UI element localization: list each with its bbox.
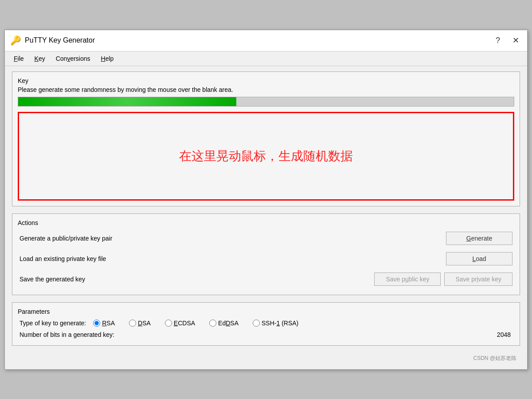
radio-eddsa-label: EdDSA (218, 320, 239, 327)
radio-rsa-input[interactable] (93, 320, 100, 327)
key-section-header: Key (18, 77, 514, 84)
radio-dsa-input[interactable] (129, 320, 136, 327)
help-button[interactable]: ? (493, 35, 503, 46)
save-private-key-label: Save private key (455, 276, 501, 283)
radio-ssh1rsa[interactable]: SSH-1 (RSA) (253, 320, 298, 327)
radio-rsa-label: RSA (102, 320, 115, 327)
menu-conversions[interactable]: Conversions (51, 53, 96, 64)
save-buttons: Save public key Save private key (374, 273, 512, 286)
radio-ssh1rsa-label: SSH-1 (RSA) (262, 320, 298, 327)
main-window: 🔑 PuTTY Key Generator ? ✕ File Key Conve… (4, 30, 528, 370)
title-bar: 🔑 PuTTY Key Generator ? ✕ (5, 30, 527, 51)
radio-ecdsa-label: ECDSA (174, 320, 195, 327)
radio-ecdsa[interactable]: ECDSA (165, 320, 195, 327)
radio-ssh1rsa-input[interactable] (253, 320, 260, 327)
menu-help[interactable]: Help (96, 53, 119, 64)
menu-key[interactable]: Key (29, 53, 51, 64)
menu-file[interactable]: File (8, 53, 29, 64)
title-bar-left: 🔑 PuTTY Key Generator (10, 35, 95, 46)
radio-dsa[interactable]: DSA (129, 320, 151, 327)
menu-conversions-label: Conversions (56, 55, 90, 62)
generate-buttons: Generate (446, 232, 512, 245)
radio-ecdsa-input[interactable] (165, 320, 172, 327)
menu-help-label: Help (101, 55, 114, 62)
bits-row: Number of bits in a generated key: 2048 (18, 329, 514, 340)
load-button-label: Load (472, 255, 486, 262)
radio-eddsa-input[interactable] (209, 320, 216, 327)
parameters-section-header: Parameters (18, 308, 514, 315)
watermark: CSDN @姑苏老陈 (12, 353, 520, 364)
generate-row: Generate a public/private key pair Gener… (18, 228, 514, 249)
save-row: Save the generated key Save public key S… (18, 269, 514, 289)
generate-button-label: Generate (466, 235, 492, 242)
progress-bar-container (18, 97, 514, 107)
save-public-key-button[interactable]: Save public key (374, 273, 441, 286)
load-label: Load an existing private key file (20, 255, 106, 262)
menu-file-label: File (14, 55, 24, 62)
key-type-radio-group: RSA DSA ECDSA EdDSA (93, 320, 298, 327)
menu-bar: File Key Conversions Help (5, 51, 527, 66)
actions-section: Actions Generate a public/private key pa… (12, 213, 520, 295)
title-bar-controls: ? ✕ (493, 35, 522, 46)
load-buttons: Load (446, 252, 512, 265)
load-row: Load an existing private key file Load (18, 249, 514, 269)
generate-label: Generate a public/private key pair (20, 235, 112, 242)
key-section: Key Please generate some randomness by m… (12, 71, 520, 206)
bits-value: 2048 (497, 331, 511, 338)
radio-eddsa[interactable]: EdDSA (209, 320, 239, 327)
random-area[interactable]: 在这里晃动鼠标，生成随机数据 (18, 112, 514, 201)
key-type-label: Type of key to generate: (20, 320, 86, 327)
progress-bar-fill (18, 97, 236, 106)
app-title: PuTTY Key Generator (25, 36, 95, 44)
save-public-key-label: Save public key (386, 276, 429, 283)
randomness-instruction: Please generate some randomness by movin… (18, 86, 514, 93)
radio-dsa-label: DSA (138, 320, 151, 327)
radio-rsa[interactable]: RSA (93, 320, 115, 327)
load-button[interactable]: Load (446, 252, 512, 265)
bits-label: Number of bits in a generated key: (20, 331, 114, 338)
app-icon: 🔑 (10, 35, 21, 46)
content-area: Key Please generate some randomness by m… (5, 66, 527, 369)
generate-button[interactable]: Generate (446, 232, 512, 245)
random-area-text: 在这里晃动鼠标，生成随机数据 (179, 148, 353, 165)
close-button[interactable]: ✕ (510, 35, 522, 46)
menu-key-label: Key (35, 55, 45, 62)
save-private-key-button[interactable]: Save private key (444, 273, 512, 286)
key-type-row: Type of key to generate: RSA DSA ECDSA (18, 317, 514, 329)
actions-section-header: Actions (18, 219, 514, 226)
parameters-section: Parameters Type of key to generate: RSA … (12, 302, 520, 346)
save-label: Save the generated key (20, 276, 85, 283)
